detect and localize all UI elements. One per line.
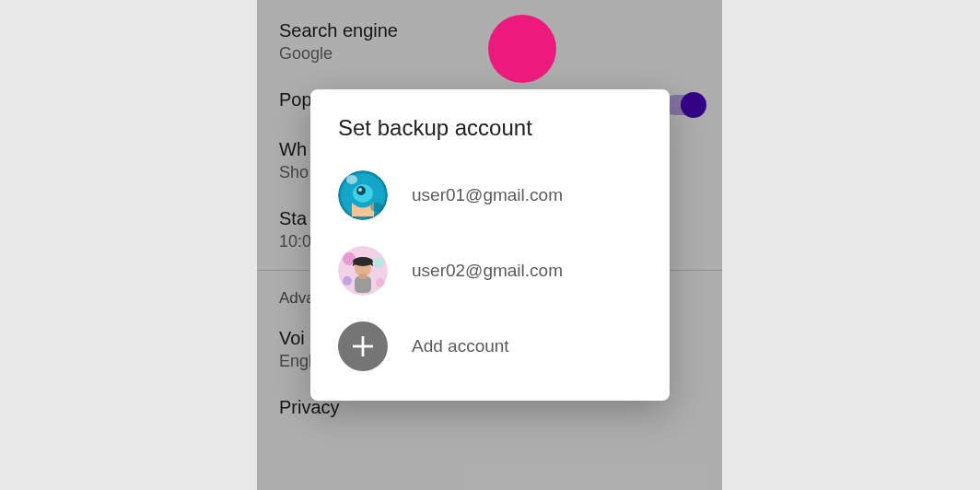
account-email: user01@gmail.com [412, 185, 563, 205]
avatar [338, 246, 388, 296]
add-account-label: Add account [412, 336, 509, 356]
svg-rect-15 [359, 274, 367, 279]
touch-indicator [488, 15, 556, 83]
svg-point-6 [370, 203, 383, 212]
account-email: user02@gmail.com [412, 261, 563, 281]
svg-point-9 [373, 257, 384, 268]
svg-point-5 [346, 175, 357, 184]
dialog-title: Set backup account [310, 89, 670, 158]
plus-icon [338, 321, 388, 371]
account-option-2[interactable]: user02@gmail.com [310, 233, 670, 309]
account-option-1[interactable]: user01@gmail.com [310, 158, 670, 233]
add-account-option[interactable]: Add account [310, 309, 670, 384]
svg-point-13 [353, 257, 373, 266]
svg-rect-17 [353, 345, 373, 348]
avatar [338, 170, 388, 220]
svg-point-11 [376, 278, 385, 287]
backup-account-dialog: Set backup account user01@gmail.com [310, 89, 670, 401]
svg-point-10 [343, 276, 352, 286]
svg-point-4 [358, 188, 362, 192]
